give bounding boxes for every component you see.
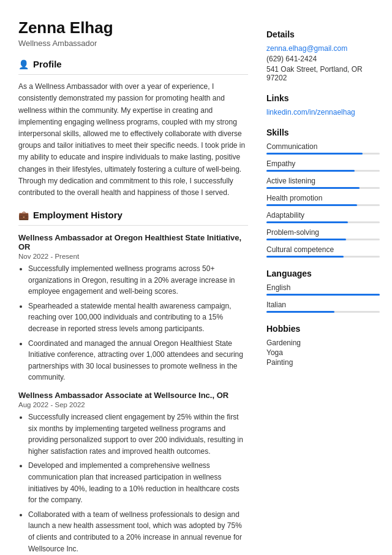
skills-list: CommunicationEmpathyActive listeningHeal… — [266, 142, 380, 258]
details-phone: (629) 641-2424 — [266, 55, 380, 63]
skill-bar-fill — [266, 221, 348, 223]
language-bar-background — [266, 311, 380, 313]
skill-label: Active listening — [266, 177, 380, 185]
skills-section: Skills CommunicationEmpathyActive listen… — [266, 128, 380, 258]
language-item: Italian — [266, 300, 380, 313]
skill-bar-background — [266, 221, 380, 223]
language-item: English — [266, 283, 380, 296]
languages-list: EnglishItalian — [266, 283, 380, 313]
skill-bar-fill — [266, 187, 360, 189]
skill-item: Adaptability — [266, 211, 380, 223]
employment-jobs-list: Wellness Ambassador at Oregon Healthiest… — [18, 233, 248, 554]
language-label: English — [266, 283, 380, 292]
hobby-item: Yoga — [266, 348, 380, 357]
skill-label: Health promotion — [266, 194, 380, 202]
skill-bar-background — [266, 170, 380, 172]
skill-item: Health promotion — [266, 194, 380, 206]
skill-label: Communication — [266, 142, 380, 151]
details-email[interactable]: zenna.elhag@gmail.com — [266, 44, 380, 53]
job-dates: Nov 2022 - Present — [18, 253, 248, 260]
job-title: Wellness Ambassador at Oregon Healthiest… — [18, 233, 248, 251]
link-item[interactable]: linkedin.com/in/zennaelhag — [266, 108, 380, 117]
profile-divider — [18, 74, 248, 75]
hobby-item: Gardening — [266, 339, 380, 347]
profile-section-title: 👤 Profile — [18, 59, 248, 69]
profile-section: 👤 Profile As a Wellness Ambassador with … — [18, 59, 248, 199]
skill-bar-fill — [266, 256, 344, 258]
job-title: Wellness Ambassador Associate at Wellsou… — [18, 391, 248, 400]
employment-divider — [18, 225, 248, 226]
details-title: Details — [266, 29, 380, 39]
links-title: Links — [266, 93, 380, 103]
language-label: Italian — [266, 300, 380, 309]
skill-bar-fill — [266, 170, 355, 172]
skill-bar-background — [266, 153, 380, 155]
hobbies-section: Hobbies GardeningYogaPainting — [266, 324, 380, 367]
skill-item: Communication — [266, 142, 380, 155]
skill-label: Empathy — [266, 159, 380, 168]
profile-icon: 👤 — [18, 59, 29, 69]
details-section: Details zenna.elhag@gmail.com (629) 641-… — [266, 29, 380, 82]
job-item: Wellness Ambassador Associate at Wellsou… — [18, 391, 248, 554]
job-bullet-item: Collaborated with a team of wellness pro… — [28, 509, 248, 554]
resume-header: Zenna Elhag Wellness Ambassador — [18, 18, 248, 48]
language-bar-fill — [266, 311, 334, 313]
language-bar-fill — [266, 294, 380, 296]
candidate-name: Zenna Elhag — [18, 18, 248, 37]
job-dates: Aug 2022 - Sep 2022 — [18, 401, 248, 408]
language-bar-background — [266, 294, 380, 296]
employment-section: 💼 Employment History Wellness Ambassador… — [18, 210, 248, 554]
languages-title: Languages — [266, 269, 380, 278]
job-bullet-item: Coordinated and managed the annual Orego… — [28, 338, 248, 383]
skill-bar-background — [266, 204, 380, 206]
hobby-item: Painting — [266, 358, 380, 367]
hobbies-list: GardeningYogaPainting — [266, 339, 380, 367]
hobbies-title: Hobbies — [266, 324, 380, 334]
skill-bar-background — [266, 187, 380, 189]
skill-item: Cultural competence — [266, 245, 380, 258]
skill-bar-fill — [266, 239, 346, 240]
links-section: Links linkedin.com/in/zennaelhag — [266, 93, 380, 117]
skill-item: Active listening — [266, 177, 380, 189]
job-bullet-item: Successfully implemented wellness progra… — [28, 263, 248, 297]
employment-section-title: 💼 Employment History — [18, 210, 248, 220]
skill-bar-fill — [266, 204, 357, 206]
job-bullet-item: Developed and implemented a comprehensiv… — [28, 460, 248, 505]
skills-title: Skills — [266, 128, 380, 137]
candidate-title: Wellness Ambassador — [18, 39, 248, 48]
skill-item: Problem-solving — [266, 228, 380, 240]
job-bullets: Successfully implemented wellness progra… — [18, 263, 248, 383]
skill-bar-fill — [266, 153, 363, 155]
right-column: Details zenna.elhag@gmail.com (629) 641-… — [266, 18, 380, 555]
skill-bar-background — [266, 256, 380, 258]
languages-section: Languages EnglishItalian — [266, 269, 380, 313]
employment-icon: 💼 — [18, 210, 29, 220]
skill-label: Cultural competence — [266, 245, 380, 254]
links-list: linkedin.com/in/zennaelhag — [266, 108, 380, 117]
job-bullet-item: Successfully increased client engagement… — [28, 411, 248, 457]
skill-label: Problem-solving — [266, 228, 380, 237]
job-bullets: Successfully increased client engagement… — [18, 411, 248, 554]
skill-label: Adaptability — [266, 211, 380, 220]
left-column: Zenna Elhag Wellness Ambassador 👤 Profil… — [18, 18, 248, 555]
skill-bar-background — [266, 239, 380, 240]
job-item: Wellness Ambassador at Oregon Healthiest… — [18, 233, 248, 383]
skill-item: Empathy — [266, 159, 380, 172]
details-address: 541 Oak Street, Portland, OR 97202 — [266, 65, 380, 82]
profile-text: As a Wellness Ambassador with over a yea… — [18, 81, 248, 199]
job-bullet-item: Spearheaded a statewide mental health aw… — [28, 300, 248, 335]
